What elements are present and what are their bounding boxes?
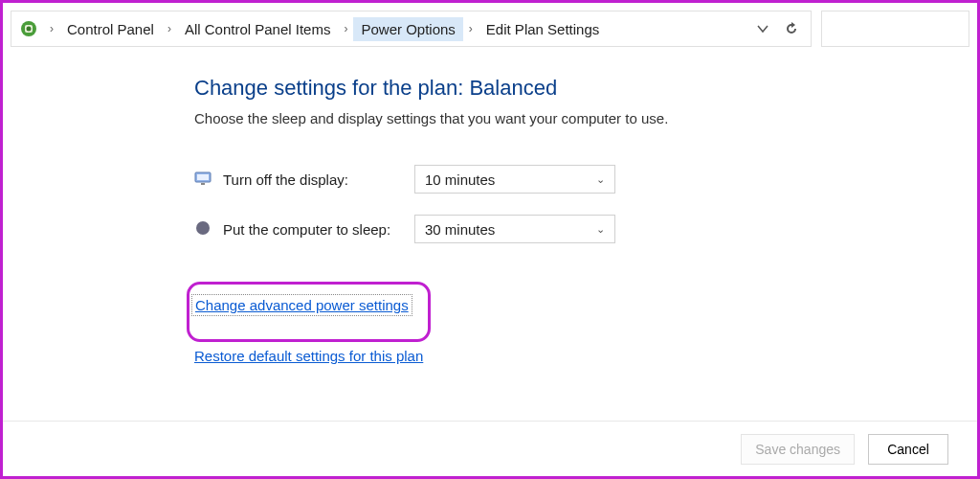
chevron-down-icon: ⌄ — [596, 173, 605, 186]
links-group: Change advanced power settings Restore d… — [194, 282, 977, 377]
highlight-annotation: Change advanced power settings — [187, 282, 431, 342]
sleep-timeout-value: 30 minutes — [425, 221, 495, 238]
cancel-button[interactable]: Cancel — [868, 434, 948, 465]
breadcrumb-power-options[interactable]: Power Options — [353, 17, 462, 41]
chevron-right-icon[interactable]: › — [340, 22, 351, 35]
search-input[interactable] — [821, 11, 969, 47]
breadcrumb-edit-plan[interactable]: Edit Plan Settings — [479, 17, 607, 41]
page-title: Change settings for the plan: Balanced — [194, 76, 977, 101]
sleep-icon — [194, 219, 213, 239]
save-button: Save changes — [741, 434, 855, 465]
svg-rect-5 — [201, 183, 205, 185]
setting-row-sleep: Put the computer to sleep: 30 minutes ⌄ — [194, 215, 977, 243]
change-advanced-link[interactable]: Change advanced power settings — [193, 296, 411, 314]
sleep-label: Put the computer to sleep: — [223, 221, 414, 238]
display-timeout-dropdown[interactable]: 10 minutes ⌄ — [414, 165, 615, 194]
refresh-icon[interactable] — [778, 15, 805, 42]
content-area: Change settings for the plan: Balanced C… — [3, 47, 977, 377]
address-bar-area: › Control Panel › All Control Panel Item… — [3, 3, 977, 47]
display-timeout-value: 10 minutes — [425, 171, 495, 188]
svg-point-2 — [27, 27, 32, 32]
svg-point-6 — [196, 221, 210, 235]
display-label: Turn off the display: — [223, 171, 414, 188]
footer: Save changes Cancel — [3, 421, 977, 476]
breadcrumb[interactable]: › Control Panel › All Control Panel Item… — [11, 11, 812, 47]
setting-row-display: Turn off the display: 10 minutes ⌄ — [194, 165, 977, 194]
chevron-down-icon: ⌄ — [596, 223, 605, 236]
breadcrumb-control-panel[interactable]: Control Panel — [59, 17, 162, 41]
page-subtitle: Choose the sleep and display settings th… — [194, 110, 977, 126]
display-icon — [194, 170, 213, 189]
breadcrumb-all-items[interactable]: All Control Panel Items — [177, 17, 339, 41]
control-panel-icon — [19, 19, 38, 38]
svg-rect-4 — [197, 174, 209, 180]
history-dropdown-icon[interactable] — [749, 15, 776, 42]
chevron-right-icon[interactable]: › — [465, 22, 477, 35]
sleep-timeout-dropdown[interactable]: 30 minutes ⌄ — [414, 215, 615, 243]
restore-defaults-link[interactable]: Restore default settings for this plan — [194, 348, 423, 364]
chevron-right-icon[interactable]: › — [164, 22, 175, 35]
chevron-right-icon[interactable]: › — [46, 22, 57, 35]
